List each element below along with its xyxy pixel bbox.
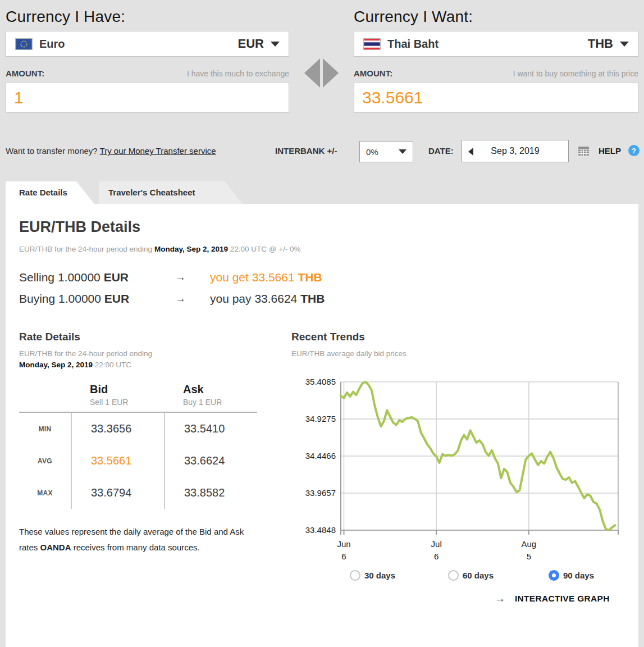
sell-buy-summary: Selling 1.00000 EUR → you get 33.5661 TH… xyxy=(19,267,638,309)
have-title: Currency I Have: xyxy=(6,8,289,26)
tab-travelers-cheatsheet[interactable]: Traveler's Cheatsheet xyxy=(99,181,243,204)
want-amount-label: AMOUNT: xyxy=(354,69,392,78)
svg-text:6: 6 xyxy=(434,552,439,561)
triangle-right-icon xyxy=(323,58,339,88)
row-label-max: MAX xyxy=(19,477,71,509)
calendar-icon[interactable] xyxy=(578,147,589,157)
interactive-graph-link[interactable]: INTERACTIVE GRAPH xyxy=(515,594,610,604)
svg-text:6: 6 xyxy=(341,552,346,561)
svg-text:Aug: Aug xyxy=(521,539,536,549)
date-label: DATE: xyxy=(428,146,454,156)
radio-90-days[interactable]: 90 days xyxy=(549,570,594,581)
pair-details-subtitle: EUR/THB for the 24-hour period ending Mo… xyxy=(19,245,638,253)
tab-bar: Rate Details Traveler's Cheatsheet xyxy=(6,181,243,204)
svg-text:Jun: Jun xyxy=(337,539,350,549)
radio-60-days[interactable]: 60 days xyxy=(448,570,494,581)
avg-ask-value: 33.6624 xyxy=(164,445,257,477)
recent-trends-column: Recent Trends EUR/THB average daily bid … xyxy=(291,331,637,607)
ask-column-header: Ask Buy 1 EUR xyxy=(164,383,257,413)
buying-row: Buying 1.00000 EUR → you pay 33.6624 THB xyxy=(19,288,638,309)
interbank-value: 0% xyxy=(366,147,378,157)
toolbar: Want to transfer money? Try our Money Tr… xyxy=(0,139,644,164)
rate-details-column: Rate Details EUR/THB for the 24-hour per… xyxy=(19,331,266,555)
want-amount-input[interactable] xyxy=(354,82,638,113)
avg-bid-value: 33.5661 xyxy=(71,445,164,477)
table-footnote: These values represent the daily average… xyxy=(19,524,259,555)
radio-30-days[interactable]: 30 days xyxy=(350,570,395,581)
trends-chart-wrap: 35.408534.927534.446633.965733.4848Jun6J… xyxy=(291,371,637,567)
right-arrow-icon: → xyxy=(175,271,210,284)
svg-text:33.4848: 33.4848 xyxy=(305,525,336,535)
svg-text:34.9275: 34.9275 xyxy=(305,414,336,423)
chevron-down-icon xyxy=(271,42,280,47)
svg-text:5: 5 xyxy=(527,552,531,561)
rate-details-heading: Rate Details xyxy=(19,331,266,343)
currency-converter-app: Currency I Have: Euro EUR AMOUNT: I have… xyxy=(0,0,644,647)
want-title: Currency I Want: xyxy=(354,8,638,26)
rate-details-subtitle: EUR/THB for the 24-hour period ending Mo… xyxy=(19,348,266,371)
selling-row: Selling 1.00000 EUR → you get 33.5661 TH… xyxy=(19,267,638,288)
trends-line-chart: 35.408534.927534.446633.965733.4848Jun6J… xyxy=(291,371,634,564)
max-bid-value: 33.6794 xyxy=(71,477,164,509)
buying-result: you pay 33.6624 THB xyxy=(210,292,325,306)
swap-currencies-icon[interactable] xyxy=(304,58,339,88)
row-label-min: MIN xyxy=(19,413,71,445)
euro-flag-icon xyxy=(15,38,33,50)
currency-want-panel: Currency I Want: Thai Baht THB AMOUNT: I… xyxy=(354,8,638,113)
want-amount-hint: I want to buy something at this price xyxy=(513,69,638,78)
have-currency-select[interactable]: Euro EUR xyxy=(6,31,289,57)
chevron-down-icon xyxy=(399,149,407,154)
max-ask-value: 33.8582 xyxy=(164,477,257,509)
triangle-left-icon xyxy=(304,58,320,88)
want-currency-select[interactable]: Thai Baht THB xyxy=(354,31,638,57)
recent-trends-heading: Recent Trends xyxy=(291,331,637,343)
svg-text:35.4085: 35.4085 xyxy=(305,377,336,386)
row-label-avg: AVG xyxy=(19,445,71,477)
transfer-text: Want to transfer money? Try our Money Tr… xyxy=(6,146,216,156)
want-currency-name: Thai Baht xyxy=(387,38,439,51)
min-bid-value: 33.3656 xyxy=(71,413,164,445)
radio-circle-icon xyxy=(448,570,459,581)
range-radio-group: 30 days 60 days 90 days xyxy=(291,570,637,584)
currency-have-panel: Currency I Have: Euro EUR AMOUNT: I have… xyxy=(6,8,289,113)
radio-circle-selected-icon xyxy=(549,570,559,581)
interbank-label: INTERBANK +/- xyxy=(275,146,337,156)
previous-day-icon[interactable] xyxy=(468,148,473,156)
right-arrow-icon: → xyxy=(175,293,210,305)
help-label: HELP xyxy=(599,146,621,156)
recent-trends-subtitle: EUR/THB average daily bid prices xyxy=(291,348,637,359)
interbank-select[interactable]: 0% xyxy=(359,141,413,162)
tab-rate-details[interactable]: Rate Details xyxy=(6,181,94,204)
bid-ask-table: Bid Sell 1 EUR Ask Buy 1 EUR MIN 33.3656… xyxy=(19,383,266,509)
have-amount-input[interactable] xyxy=(6,82,289,113)
pair-details-title: EUR/THB Details xyxy=(19,218,638,236)
thai-flag-icon xyxy=(363,38,381,50)
svg-text:33.9657: 33.9657 xyxy=(305,488,336,498)
right-arrow-icon: → xyxy=(495,593,505,605)
have-currency-code: EUR xyxy=(238,37,264,51)
have-currency-name: Euro xyxy=(39,38,65,51)
bid-column-header: Bid Sell 1 EUR xyxy=(71,383,164,413)
selling-result: you get 33.5661 THB xyxy=(210,271,322,284)
chevron-down-icon xyxy=(620,42,629,47)
rate-details-panel: EUR/THB Details EUR/THB for the 24-hour … xyxy=(6,204,638,647)
svg-text:34.4466: 34.4466 xyxy=(305,451,336,461)
date-value: Sep 3, 2019 xyxy=(491,146,539,156)
svg-text:Jul: Jul xyxy=(431,539,442,549)
interactive-graph-row: → INTERACTIVE GRAPH xyxy=(291,592,637,607)
radio-circle-icon xyxy=(350,570,360,581)
date-input[interactable]: Sep 3, 2019 xyxy=(462,140,569,162)
money-transfer-link[interactable]: Try our Money Transfer service xyxy=(100,146,216,156)
have-amount-label: AMOUNT: xyxy=(6,69,44,78)
min-ask-value: 33.5410 xyxy=(164,413,257,445)
have-amount-hint: I have this much to exchange xyxy=(187,69,289,78)
help-icon[interactable]: ? xyxy=(628,145,640,156)
want-currency-code: THB xyxy=(588,37,613,51)
